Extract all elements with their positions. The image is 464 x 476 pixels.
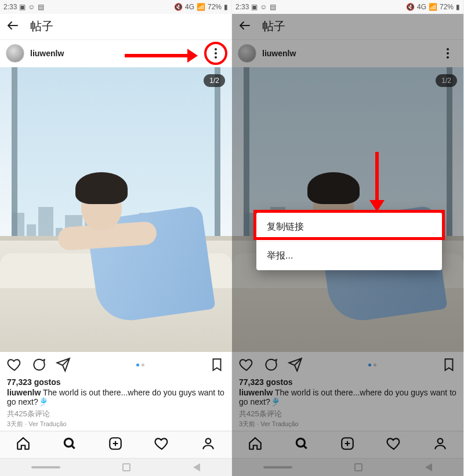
android-nav-bar — [0, 458, 231, 476]
bottom-nav — [232, 431, 463, 458]
app-header: 帖子 — [0, 14, 231, 40]
share-icon[interactable] — [56, 357, 71, 372]
svg-point-2 — [206, 438, 211, 444]
svg-point-0 — [64, 438, 72, 446]
carousel-dots — [80, 364, 200, 366]
page-title: 帖子 — [262, 19, 285, 34]
network-label: 4G — [185, 3, 194, 11]
home-soft-icon[interactable] — [122, 463, 130, 471]
home-icon[interactable] — [248, 436, 263, 453]
like-icon[interactable] — [239, 357, 254, 372]
profile-icon[interactable] — [433, 436, 448, 453]
home-icon[interactable] — [16, 436, 31, 453]
add-post-icon[interactable] — [340, 436, 355, 453]
notification-icon: ▣ — [19, 3, 26, 11]
carousel-dots — [312, 364, 432, 366]
calendar-icon: ▤ — [270, 3, 276, 11]
calendar-icon: ▤ — [38, 3, 44, 11]
comments-link[interactable]: 共425条评论 — [239, 409, 456, 419]
search-icon[interactable] — [294, 436, 309, 453]
post-caption: liuwenlw The world is out there...where … — [239, 388, 456, 406]
notification-icon: ▣ — [251, 3, 258, 11]
back-soft-icon[interactable] — [425, 463, 432, 471]
post-image[interactable]: 1/2 — [0, 67, 232, 353]
mute-icon: 🔇 — [174, 3, 183, 11]
options-menu: 复制链接 举报... — [256, 213, 442, 270]
back-icon[interactable] — [6, 19, 20, 35]
activity-icon[interactable] — [386, 436, 401, 453]
post-time: 3天前 · Ver Tradução — [239, 420, 456, 428]
mute-icon: 🔇 — [406, 3, 415, 11]
comments-link[interactable]: 共425条评论 — [7, 409, 224, 419]
status-bar: 2:33 ▣ ☺ ▤ 🔇 4G 📶 72% ▮ — [232, 0, 463, 14]
more-options-button[interactable] — [206, 43, 226, 63]
signal-icon: 📶 — [197, 3, 205, 11]
post-actions — [232, 352, 463, 377]
signal-icon: 📶 — [429, 3, 437, 11]
post-meta: 77,323 gostos liuwenlw The world is out … — [232, 377, 463, 431]
more-options-button[interactable] — [438, 43, 458, 63]
recent-apps-icon[interactable] — [263, 466, 292, 468]
back-icon[interactable] — [238, 19, 252, 35]
post-header: liuwenlw — [0, 40, 231, 67]
likes-count[interactable]: 77,323 gostos — [239, 377, 456, 387]
post-username[interactable]: liuwenlw — [262, 49, 296, 58]
app-icon: ☺ — [28, 3, 35, 11]
status-time: 2:33 — [235, 3, 249, 11]
battery-icon: ▮ — [456, 3, 460, 11]
share-icon[interactable] — [288, 357, 303, 372]
recent-apps-icon[interactable] — [31, 466, 60, 468]
photo-counter: 1/2 — [204, 74, 225, 87]
post-caption: liuwenlw The world is out there...where … — [7, 388, 224, 406]
status-time: 2:33 — [3, 3, 17, 11]
network-label: 4G — [417, 3, 426, 11]
post-actions — [0, 352, 231, 377]
comment-icon[interactable] — [31, 357, 46, 372]
post-image[interactable]: 1/2 — [232, 67, 464, 353]
svg-point-5 — [438, 438, 443, 444]
search-icon[interactable] — [62, 436, 77, 453]
caption-username[interactable]: liuwenlw — [239, 388, 273, 397]
app-icon: ☺ — [260, 3, 267, 11]
bottom-nav — [0, 431, 231, 458]
status-bar: 2:33 ▣ ☺ ▤ 🔇 4G 📶 72% ▮ — [0, 0, 231, 14]
battery-text: 72% — [208, 3, 222, 11]
svg-point-3 — [296, 438, 304, 446]
more-icon — [447, 48, 449, 59]
back-soft-icon[interactable] — [193, 463, 200, 471]
comment-icon[interactable] — [263, 357, 278, 372]
screenshot-left: 2:33 ▣ ☺ ▤ 🔇 4G 📶 72% ▮ 帖子 liuwenlw — [0, 0, 232, 476]
save-icon[interactable] — [441, 357, 456, 372]
android-nav-bar — [232, 458, 463, 476]
page-title: 帖子 — [30, 19, 53, 34]
app-header: 帖子 — [232, 14, 463, 40]
activity-icon[interactable] — [154, 436, 169, 453]
profile-icon[interactable] — [201, 436, 216, 453]
save-icon[interactable] — [209, 357, 224, 372]
post-username[interactable]: liuwenlw — [30, 49, 64, 58]
post-meta: 77,323 gostos liuwenlw The world is out … — [0, 377, 231, 431]
home-soft-icon[interactable] — [354, 463, 362, 471]
avatar[interactable] — [238, 44, 256, 63]
battery-icon: ▮ — [224, 3, 228, 11]
avatar[interactable] — [6, 44, 24, 63]
caption-username[interactable]: liuwenlw — [7, 388, 41, 397]
more-icon — [215, 48, 217, 59]
like-icon[interactable] — [7, 357, 22, 372]
menu-report[interactable]: 举报... — [256, 241, 442, 270]
post-time: 3天前 · Ver Tradução — [7, 420, 224, 428]
menu-copy-link[interactable]: 复制链接 — [256, 213, 442, 241]
likes-count[interactable]: 77,323 gostos — [7, 377, 224, 387]
post-header: liuwenlw — [232, 40, 463, 67]
add-post-icon[interactable] — [108, 436, 123, 453]
photo-counter: 1/2 — [436, 74, 457, 87]
battery-text: 72% — [440, 3, 454, 11]
